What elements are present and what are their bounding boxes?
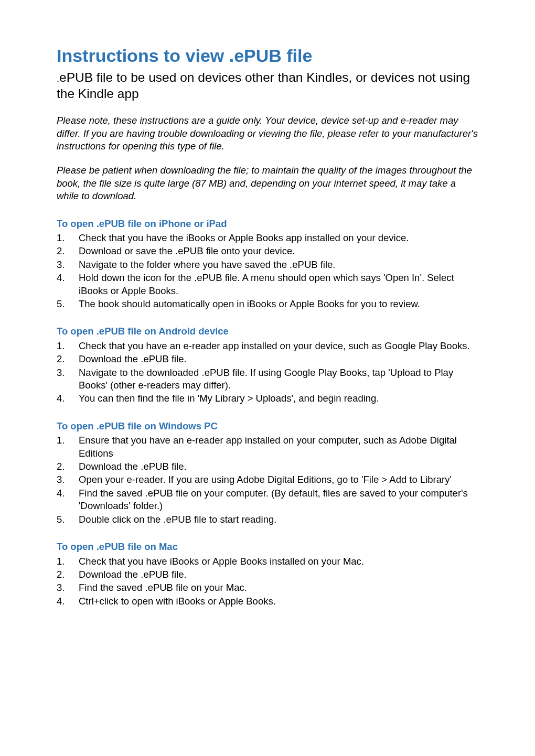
section-list-mac: Check that you have iBooks or Apple Book… — [57, 555, 478, 608]
list-item: The book should automatically open in iB… — [57, 298, 478, 310]
list-item: Check that you have an e-reader app inst… — [57, 340, 478, 352]
subtitle-text: ePUB file to be used on devices other th… — [57, 70, 470, 101]
list-item: Find the saved .ePUB file on your Mac. — [57, 581, 478, 594]
list-item: Check that you have iBooks or Apple Book… — [57, 555, 478, 568]
list-item: Ensure that you have an e-reader app ins… — [57, 434, 478, 460]
page-subtitle: .ePUB file to be used on devices other t… — [57, 70, 478, 102]
section-list-windows: Ensure that you have an e-reader app ins… — [57, 434, 478, 526]
section-heading-windows: To open .ePUB file on Windows PC — [57, 420, 478, 433]
page-title: Instructions to view .ePUB file — [57, 44, 478, 68]
list-item: Navigate to the downloaded .ePUB file. I… — [57, 366, 478, 392]
list-item: You can then find the file in 'My Librar… — [57, 392, 478, 405]
section-list-android: Check that you have an e-reader app inst… — [57, 340, 478, 405]
list-item: Download or save the .ePUB file onto you… — [57, 245, 478, 257]
section-heading-iphone: To open .ePUB file on iPhone or iPad — [57, 218, 478, 230]
section-heading-mac: To open .ePUB file on Mac — [57, 541, 478, 553]
list-item: Ctrl+click to open with iBooks or Apple … — [57, 595, 478, 608]
note-guide: Please note, these instructions are a gu… — [57, 114, 478, 153]
list-item: Download the .ePUB file. — [57, 353, 478, 365]
list-item: Hold down the icon for the .ePUB file. A… — [57, 272, 478, 297]
section-heading-android: To open .ePUB file on Android device — [57, 325, 478, 338]
list-item: Open your e-reader. If you are using Ado… — [57, 473, 478, 486]
list-item: Find the saved .ePUB file on your comput… — [57, 487, 478, 513]
section-list-iphone: Check that you have the iBooks or Apple … — [57, 232, 478, 310]
list-item: Download the .ePUB file. — [57, 460, 478, 473]
list-item: Download the .ePUB file. — [57, 568, 478, 581]
list-item: Double click on the .ePUB file to start … — [57, 513, 478, 526]
list-item: Navigate to the folder where you have sa… — [57, 258, 478, 271]
list-item: Check that you have the iBooks or Apple … — [57, 232, 478, 244]
note-filesize: Please be patient when downloading the f… — [57, 164, 478, 202]
